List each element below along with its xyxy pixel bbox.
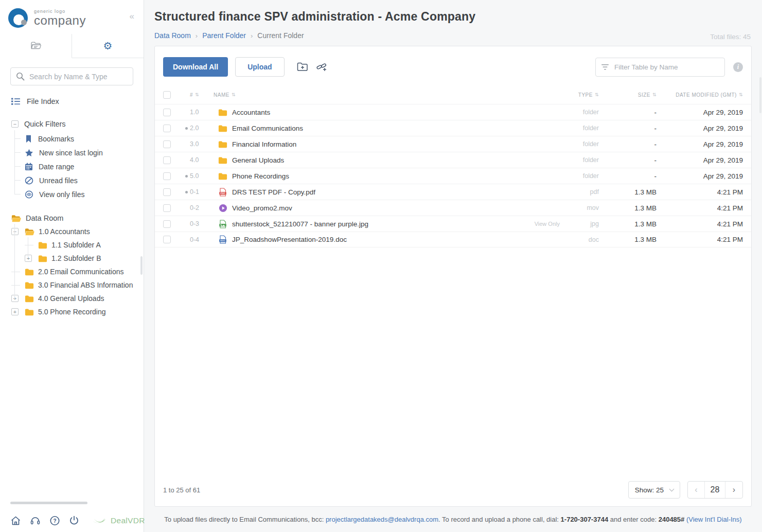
filter-table-input[interactable] [595,58,725,77]
file-name: JP_RoadshowPresentation-2019.doc [232,236,520,243]
table-row[interactable]: 0-3shutterstock_521210077 - banner purpl… [155,216,751,232]
dial-number: 1-720-307-3744 [561,516,609,523]
row-checkbox[interactable] [163,204,171,212]
quickfilter-view-only-files[interactable]: View only files [14,187,144,201]
column-header-index[interactable]: #⇅ [190,92,214,98]
expand-toggle-icon[interactable]: + [11,308,19,315]
quickfilter-label: Unread files [39,176,78,185]
search-input[interactable] [10,67,133,85]
tree-item-financial-abs[interactable]: 3.0 Financial ABS Information [0,278,144,292]
table-row[interactable]: 2.0Email Communicationsfolder-Apr 29, 20… [155,120,751,136]
tab-settings[interactable]: ⚙ [72,34,144,58]
sort-icon: ⇅ [652,92,657,97]
tree-item-label: 1.2 Subfolder B [51,254,101,262]
download-all-button[interactable]: Download All [163,57,228,77]
table-row[interactable]: 0-1PDFDRS TEST PDF - Copy.pdfpdf1.3 MB4:… [155,184,751,200]
sidebar-collapse-icon[interactable]: « [130,11,134,22]
tree-item-data-room[interactable]: Data Room [0,211,144,225]
row-index: 1.0 [190,109,214,116]
quickfilter-new-since-login[interactable]: New since last login [14,146,144,159]
logout-power-icon[interactable] [69,516,79,526]
table-header: #⇅ NAME⇅ TYPE⇅ SIZE⇅ DATE MODIFIED (GMT)… [155,85,751,104]
collapse-toggle-icon[interactable]: − [11,120,19,128]
support-headset-icon[interactable] [30,516,41,526]
select-all-checkbox[interactable] [163,91,171,99]
column-header-size[interactable]: SIZE⇅ [599,92,657,98]
help-icon[interactable]: ? [49,516,60,526]
column-header-date[interactable]: DATE MODIFIED (GMT)⇅ [657,92,743,98]
page-size-select[interactable]: Show: 25 [628,481,680,499]
column-header-name[interactable]: NAME⇅ [214,92,520,98]
upload-button[interactable]: Upload [235,57,284,77]
file-type: folder [567,140,599,148]
row-checkbox[interactable] [163,109,171,116]
tree-item-phone-recording[interactable]: + 5.0 Phone Recording [0,305,144,318]
file-date: 4:21 PM [657,220,743,228]
row-checkbox[interactable] [163,156,171,164]
file-size: - [599,156,657,164]
row-checkbox[interactable] [163,125,171,132]
file-date: Apr 29, 2019 [657,140,743,148]
tree-item-accountants[interactable]: − 1.0 Accountants [0,225,144,238]
sidebar-horizontal-scrollbar[interactable] [10,502,87,504]
breadcrumb-separator: › [196,32,198,40]
table-body: 1.0Accountantsfolder-Apr 29, 20192.0Emai… [155,104,751,247]
expand-toggle-icon[interactable]: + [25,255,32,262]
row-checkbox[interactable] [163,140,171,148]
table-row[interactable]: 1.0Accountantsfolder-Apr 29, 2019 [155,104,751,120]
tree-children: − 1.0 Accountants 1.1 Subfolder A + 1.2 … [0,225,144,318]
intl-dialins-link[interactable]: (View Int'l Dial-Ins) [686,516,742,523]
info-icon[interactable]: i [733,62,743,72]
folder-tab-icon [30,41,42,50]
row-checkbox[interactable] [163,188,171,196]
next-page-button[interactable]: › [725,482,742,498]
table-row[interactable]: 0-2Video_promo2.movmov1.3 MB4:21 PM [155,200,751,216]
table-row[interactable]: 4.0General Uploadsfolder-Apr 29, 2019 [155,152,751,168]
bcc-email-link[interactable]: projectlargedatakeds@dealvdrqa.com [326,516,438,523]
gear-icon: ⚙ [103,41,113,51]
row-checkbox[interactable] [163,172,171,180]
quickfilter-date-range[interactable]: Date range [14,159,144,173]
row-index: 0-4 [190,236,214,243]
sort-icon: ⇅ [739,92,743,97]
row-checkbox[interactable] [163,236,171,243]
tree-item-general-uploads[interactable]: + 4.0 General Uploads [0,292,144,305]
logo-row: generic logo company « [0,0,144,32]
new-folder-icon[interactable] [297,62,308,72]
folder-icon [38,255,47,262]
file-size: 1.3 MB [599,220,657,228]
row-checkbox[interactable] [163,220,171,228]
tree-item-subfolder-b[interactable]: + 1.2 Subfolder B [0,252,144,265]
collapse-toggle-icon[interactable]: − [11,228,19,235]
add-link-icon[interactable] [316,62,327,72]
row-index: 0-2 [190,204,214,211]
quick-filters-list: Bookmarks New since last login Date rang… [14,132,144,201]
tree-item-subfolder-a[interactable]: 1.1 Subfolder A [0,238,144,252]
home-icon[interactable] [10,516,21,526]
breadcrumb-data-room[interactable]: Data Room [154,31,191,40]
tree-item-email-communications[interactable]: 2.0 Email Communications [0,265,144,278]
file-type: doc [567,236,599,243]
previous-page-button[interactable]: ‹ [688,482,705,498]
quickfilter-bookmarks[interactable]: Bookmarks [14,132,144,146]
sidebar-item-file-index[interactable]: File Index [0,92,144,111]
expand-toggle-icon[interactable]: + [11,295,19,302]
footer-text: . To record and upload a phone call, dia… [438,516,561,523]
sidebar-tabs: ⚙ [0,34,144,58]
column-header-type[interactable]: TYPE⇅ [567,92,599,98]
file-size: 1.3 MB [599,188,657,196]
sidebar-vertical-scrollbar[interactable] [140,256,143,275]
pagination-bar: 1 to 25 of 61 Show: 25 ‹ 28 › [155,474,751,506]
breadcrumb-current-folder: Current Folder [257,31,304,40]
file-name: Phone Recordings [232,172,520,180]
file-type: folder [567,172,599,180]
tab-documents[interactable] [0,34,72,58]
table-row[interactable]: 0-4DOCJP_RoadshowPresentation-2019.docdo… [155,232,751,247]
breadcrumb-parent-folder[interactable]: Parent Folder [202,31,246,40]
table-row[interactable]: 3.0Financial Informationfolder-Apr 29, 2… [155,136,751,152]
quick-filters-header[interactable]: − Quick Filters [0,116,144,132]
quickfilter-unread-files[interactable]: Unread files [14,173,144,187]
file-name: DRS TEST PDF - Copy.pdf [232,188,520,196]
table-row[interactable]: 5.0Phone Recordingsfolder-Apr 29, 2019 [155,168,751,184]
main-vertical-scrollbar[interactable] [759,77,761,113]
